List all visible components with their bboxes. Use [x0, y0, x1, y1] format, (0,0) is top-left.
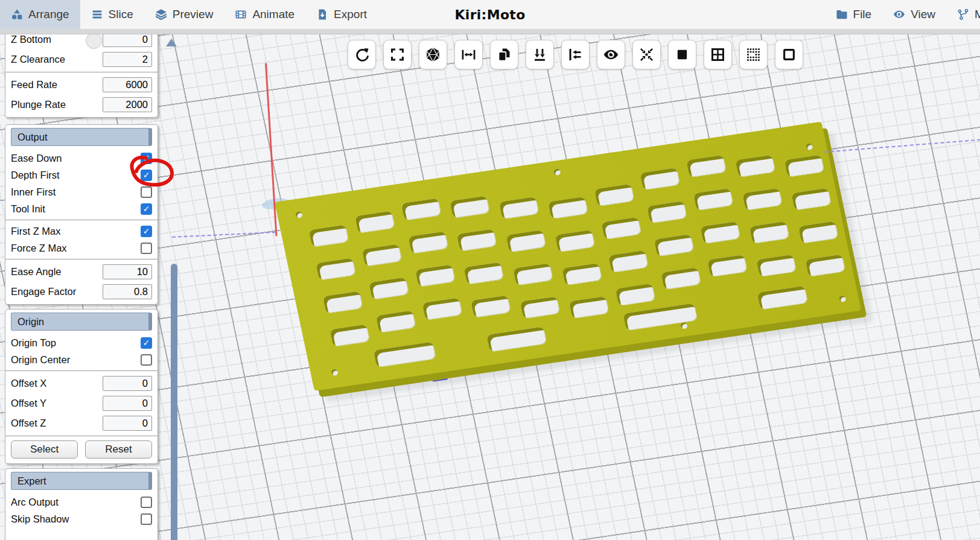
collapse-center-button[interactable]	[632, 40, 661, 69]
input-engage-factor[interactable]	[103, 284, 152, 299]
setting-label: Ease Angle	[11, 266, 61, 278]
plate-screw-hole	[839, 295, 847, 302]
panel-header-origin[interactable]: Origin	[11, 313, 152, 331]
select-button[interactable]: Select	[11, 440, 78, 459]
menu-item-file[interactable]: File	[825, 0, 883, 29]
panel-button-row: SelectReset	[11, 440, 152, 459]
input-offset-z[interactable]	[103, 416, 152, 431]
rotate-icon	[354, 46, 370, 63]
setting-row-first-z-max: First Z Max	[11, 223, 152, 240]
visibility-button[interactable]	[597, 40, 625, 69]
setting-row-offset-y: Offset Y	[11, 393, 152, 413]
menu-item-label: View	[911, 8, 935, 21]
input-z-clearance[interactable]	[103, 52, 152, 67]
plate-slot	[805, 254, 845, 276]
menu-item-animate[interactable]: Animate	[224, 0, 305, 29]
grid-view-button[interactable]	[704, 40, 732, 69]
setting-label: Depth First	[11, 170, 60, 181]
outline-view-button[interactable]	[775, 40, 803, 69]
measure-width-button[interactable]	[454, 40, 483, 69]
plate-slot	[463, 262, 504, 284]
menu-item-label: Arrange	[28, 8, 69, 21]
plate-slot	[309, 224, 349, 247]
checkbox-inner-first[interactable]	[141, 186, 152, 198]
setting-label: Skip Shadow	[11, 513, 69, 525]
app-title: Kiri:Moto	[454, 0, 525, 29]
setting-row-tool-init: Tool Init	[11, 200, 152, 217]
setting-label: Force Z Max	[11, 243, 67, 254]
checkbox-force-z-max[interactable]	[141, 243, 152, 254]
checkbox-skip-shadow[interactable]	[141, 513, 152, 525]
plate-slot	[457, 229, 497, 251]
plate-slot	[757, 286, 808, 310]
mesh-button[interactable]	[419, 40, 447, 69]
arrange-icon	[11, 8, 23, 21]
panel-origin: OriginOrigin TopOrigin CenterOffset XOff…	[5, 309, 158, 464]
fullscreen-button[interactable]	[383, 40, 412, 69]
checkbox-depth-first[interactable]	[141, 170, 152, 181]
setting-row-inner-first: Inner First	[11, 183, 152, 200]
align-left-button[interactable]	[561, 40, 590, 69]
plate-slot	[422, 297, 463, 320]
plate-slot	[450, 195, 490, 218]
plate-slot	[784, 154, 825, 177]
plate-slot	[548, 197, 588, 219]
setting-label: Arc Output	[11, 497, 59, 508]
checkbox-ease-down[interactable]	[141, 153, 152, 164]
menu-item-view[interactable]: View	[882, 0, 946, 29]
setting-label: Offset Z	[11, 418, 46, 429]
menu-item-mode[interactable]: Mode	[946, 0, 980, 29]
panel-header-output[interactable]: Output	[11, 128, 152, 146]
checkbox-origin-top[interactable]	[141, 337, 152, 349]
plate-slot	[408, 231, 448, 253]
checkbox-first-z-max[interactable]	[141, 226, 152, 237]
dot-pattern-button[interactable]	[739, 40, 768, 69]
input-offset-x[interactable]	[103, 376, 152, 391]
plate-slot	[374, 341, 437, 367]
menu-item-preview[interactable]: Preview	[144, 0, 224, 29]
input-plunge-rate[interactable]	[103, 97, 152, 112]
plate-slot	[707, 255, 748, 277]
checkbox-tool-init[interactable]	[141, 203, 152, 215]
setting-label: Engage Factor	[11, 286, 76, 297]
duplicate-button[interactable]	[490, 40, 518, 69]
checkbox-arc-output[interactable]	[141, 497, 152, 508]
z-bottom-dial-knob[interactable]	[86, 33, 102, 49]
plate-slot	[369, 278, 409, 300]
panel-header-expert[interactable]: Expert	[11, 472, 152, 490]
sidebar-scrollbar-thumb[interactable]	[171, 264, 177, 540]
fullscreen-icon	[389, 46, 406, 63]
input-feed-rate[interactable]	[103, 77, 152, 92]
plate-slot	[742, 188, 783, 211]
menu-item-arrange[interactable]: Arrange	[0, 0, 80, 29]
input-offset-y[interactable]	[103, 396, 152, 411]
main-mode-menu: ArrangeSlicePreviewAnimateExport	[0, 0, 378, 29]
duplicate-icon	[496, 46, 512, 63]
plate-slot	[686, 155, 727, 177]
setting-label: Z Bottom	[11, 34, 51, 45]
plate-slot	[700, 221, 740, 244]
setting-label: Offset X	[11, 378, 46, 389]
rotate-button[interactable]	[348, 40, 376, 69]
sidebar-scroll-up-arrow[interactable]	[166, 39, 177, 46]
plate-slot	[323, 291, 363, 313]
setting-label: Feed Rate	[11, 79, 57, 91]
reset-button[interactable]: Reset	[85, 440, 152, 459]
input-ease-angle[interactable]	[103, 264, 152, 279]
drop-to-floor-button[interactable]	[526, 40, 554, 69]
setting-label: Tool Init	[11, 203, 45, 215]
measure-width-icon	[460, 46, 477, 63]
plate-slot	[486, 326, 547, 352]
plate-screw-hole	[295, 211, 303, 218]
menu-item-slice[interactable]: Slice	[80, 0, 144, 29]
menu-item-label: Export	[334, 8, 367, 21]
plate-slot	[376, 311, 416, 333]
plate-slot	[355, 211, 395, 233]
setting-label: Offset Y	[11, 398, 46, 409]
plate-slot	[756, 255, 797, 277]
setting-row-origin-top: Origin Top	[11, 334, 152, 351]
collapse-center-icon	[638, 46, 655, 63]
menu-item-export[interactable]: Export	[305, 0, 378, 29]
solid-view-button[interactable]	[668, 40, 696, 69]
checkbox-origin-center[interactable]	[141, 354, 152, 366]
